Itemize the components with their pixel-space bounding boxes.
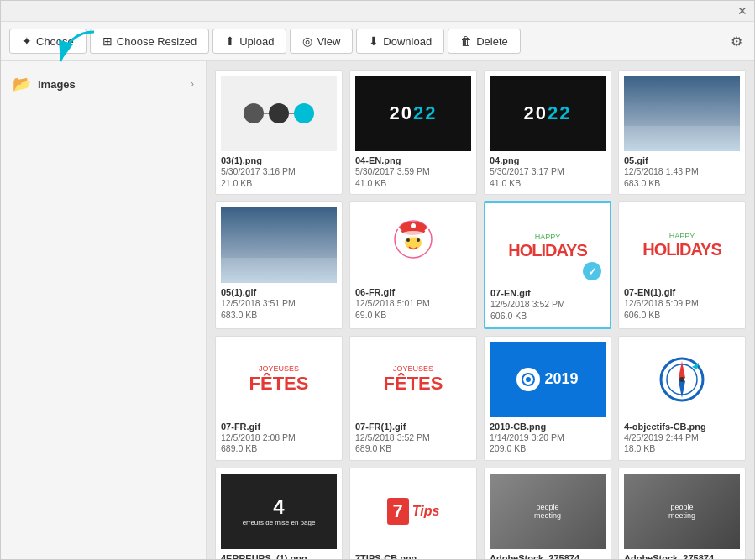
close-button[interactable]: ✕ [736, 4, 749, 18]
image-meta: 5/30/2017 3:17 PM 41.0 KB [490, 166, 606, 189]
svg-point-20 [679, 377, 684, 382]
image-name: 04.png [490, 155, 606, 165]
sidebar: 📂 Images › [1, 61, 207, 559]
image-card[interactable]: HAPPY HOLIDAYS ✓07-EN.gif12/5/2018 3:52 … [484, 201, 611, 328]
image-card[interactable]: JOYEUSES FÊTES 07-FR(1).gif12/5/2018 3:5… [349, 336, 477, 461]
image-meta: 12/5/2018 3:51 PM 683.0 KB [221, 298, 337, 321]
download-icon: ⬇ [369, 34, 379, 48]
title-bar: ✕ [1, 1, 754, 22]
image-meta: 12/5/2018 3:52 PM 689.0 KB [355, 432, 471, 455]
image-meta: 12/5/2018 1:43 PM 683.0 KB [624, 166, 740, 189]
svg-point-10 [417, 238, 420, 242]
image-meta: 12/6/2018 5:09 PM 606.0 KB [624, 298, 740, 321]
sidebar-item-images[interactable]: 📂 Images › [1, 68, 206, 100]
svg-point-2 [294, 103, 314, 123]
image-meta: 12/5/2018 3:52 PM 606.0 KB [490, 299, 605, 322]
image-name: 4ERREURS_(1).png [221, 553, 337, 559]
toolbar: ✦ Choose ⊞ Choose Resized ⬆ Upload ◎ Vie… [1, 22, 754, 61]
chevron-right-icon: › [191, 78, 194, 90]
svg-point-1 [269, 103, 289, 123]
image-name: 2019-CB.png [490, 421, 606, 432]
sidebar-folder-label: Images [38, 78, 76, 91]
image-name: 03(1).png [221, 155, 337, 165]
image-name: 07-EN.gif [490, 288, 605, 298]
image-card[interactable]: 4-objectifs-CB.png4/25/2019 2:44 PM 18.0… [618, 336, 746, 461]
content-area: 03(1).png5/30/2017 3:16 PM 21.0 KB202204… [207, 61, 754, 559]
folder-icon: 📂 [13, 75, 31, 93]
choose-icon: ✦ [22, 34, 32, 48]
image-name: 07-FR(1).gif [355, 421, 471, 432]
svg-point-0 [244, 103, 264, 123]
image-name: 07-EN(1).gif [624, 287, 740, 297]
image-name: 07-FR.gif [221, 421, 337, 432]
image-name: AdobeStock_275874... [624, 553, 740, 559]
image-meta: 5/30/2017 3:16 PM 21.0 KB [221, 166, 337, 189]
image-meta: 1/14/2019 3:20 PM 209.0 KB [490, 432, 606, 455]
image-card[interactable]: peoplemeetingAdobeStock_275874...3/3/202… [484, 468, 611, 559]
image-name: AdobeStock_275874... [490, 553, 606, 559]
svg-point-8 [405, 236, 422, 249]
image-card[interactable]: 05(1).gif12/5/2018 3:51 PM 683.0 KB [215, 201, 343, 328]
download-button[interactable]: ⬇ Download [356, 29, 444, 54]
image-name: 4-objectifs-CB.png [624, 421, 740, 432]
image-name: 05(1).gif [221, 287, 337, 297]
upload-icon: ⬆ [225, 34, 235, 48]
view-button[interactable]: ◎ View [290, 29, 353, 54]
image-meta: 12/5/2018 2:08 PM 689.0 KB [221, 432, 337, 455]
image-meta: 5/30/2017 3:59 PM 41.0 KB [355, 166, 471, 189]
image-card[interactable]: 7 Tips 7TIPS-CB.png1/24/2019 11:31 AM 29… [349, 468, 477, 559]
svg-point-11 [401, 231, 425, 238]
svg-point-15 [526, 377, 531, 382]
image-name: 04-EN.png [355, 155, 471, 165]
delete-icon: 🗑 [460, 34, 472, 48]
image-card[interactable]: 05.gif12/5/2018 1:43 PM 683.0 KB [618, 70, 746, 195]
image-card[interactable]: 4 erreurs de mise en page 4ERREURS_(1).p… [215, 468, 343, 559]
image-card[interactable]: peoplemeetingAdobeStock_275874...3/3/202… [618, 468, 746, 559]
view-icon: ◎ [302, 34, 312, 48]
svg-point-7 [411, 223, 416, 228]
image-card[interactable]: JOYEUSES FÊTES 07-FR.gif12/5/2018 2:08 P… [215, 336, 343, 461]
image-grid: 03(1).png5/30/2017 3:16 PM 21.0 KB202204… [215, 70, 746, 559]
image-card[interactable]: 03(1).png5/30/2017 3:16 PM 21.0 KB [215, 70, 343, 195]
image-name: 05.gif [624, 155, 740, 165]
main-window: ✕ ✦ Choose ⊞ Choose Resized ⬆ Upload ◎ V… [0, 0, 755, 560]
settings-button[interactable]: ⚙ [727, 30, 746, 53]
image-card[interactable]: 202204-EN.png5/30/2017 3:59 PM 41.0 KB [349, 70, 477, 195]
choose-button[interactable]: ✦ Choose [9, 29, 87, 54]
choose-resized-icon: ⊞ [102, 34, 113, 48]
delete-button[interactable]: 🗑 Delete [448, 29, 521, 54]
image-meta: 12/5/2018 5:01 PM 69.0 KB [355, 298, 471, 321]
image-card[interactable]: HAPPY HOLIDAYS 07-EN(1).gif12/6/2018 5:0… [618, 201, 746, 328]
image-card[interactable]: 202204.png5/30/2017 3:17 PM 41.0 KB [484, 70, 611, 195]
image-name: 06-FR.gif [355, 287, 471, 297]
image-card[interactable]: 06-FR.gif12/5/2018 5:01 PM 69.0 KB [349, 201, 477, 328]
image-card[interactable]: 2019 2019-CB.png1/14/2019 3:20 PM 209.0 … [484, 336, 611, 461]
choose-resized-button[interactable]: ⊞ Choose Resized [90, 29, 209, 54]
image-meta: 4/25/2019 2:44 PM 18.0 KB [624, 432, 740, 455]
svg-point-9 [406, 238, 410, 242]
main-area: 📂 Images › 03(1).png5/30/2017 3:16 PM 21… [1, 61, 754, 559]
upload-button[interactable]: ⬆ Upload [212, 29, 286, 54]
image-name: 7TIPS-CB.png [355, 553, 471, 559]
